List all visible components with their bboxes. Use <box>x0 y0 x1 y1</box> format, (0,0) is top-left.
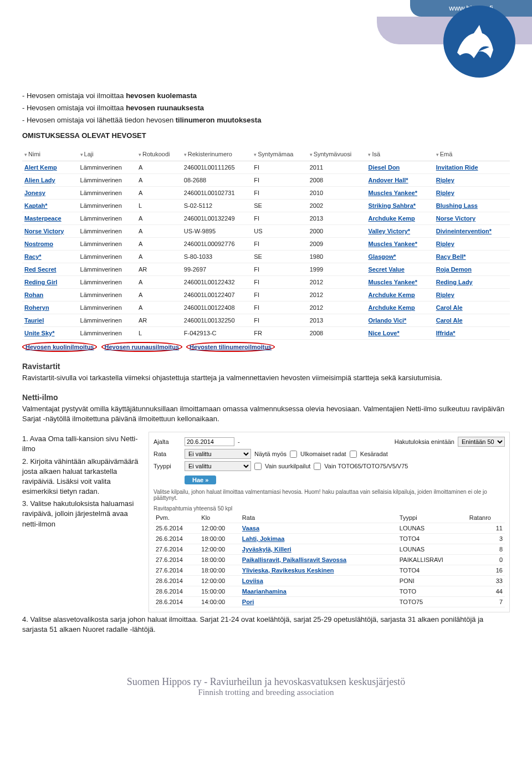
cell[interactable]: Tauriel <box>22 314 78 326</box>
cell[interactable]: Alert Kemp <box>22 161 78 173</box>
cell[interactable]: Secret Value <box>366 263 433 275</box>
column-header[interactable]: ▾Nimi <box>22 147 78 161</box>
cell: 2010 <box>308 186 366 199</box>
hae-button[interactable]: Hae » <box>185 476 216 484</box>
cell[interactable]: Alien Lady <box>22 173 78 186</box>
cell: 18:00:00 <box>199 565 240 576</box>
cell: A <box>136 161 182 173</box>
step-1: 1. Avaa Oma talli-kansion sivu Netti-ilm… <box>22 434 139 454</box>
cell: Lämminverinen <box>78 263 136 275</box>
text: - Hevosen omistaja voi ilmoittaa <box>22 91 126 100</box>
cell[interactable]: Archduke Kemp <box>366 212 433 224</box>
cell[interactable]: Reding Lady <box>434 275 510 288</box>
rata-select[interactable]: Ei valittu <box>185 449 251 459</box>
column-header[interactable]: ▾Rekisterinumero <box>182 147 252 161</box>
cell: US <box>252 224 307 237</box>
cell[interactable]: Jonesy <box>22 186 78 199</box>
cell[interactable]: Orlando Vici* <box>366 314 433 326</box>
cell[interactable]: Jyväskylä, Killeri <box>240 544 397 555</box>
checkbox-suurkilpailut[interactable] <box>254 463 262 470</box>
tyyppi-select[interactable]: Ei valittu <box>185 461 251 471</box>
ravistartit-body: Ravistartit-sivulla voi tarkastella viim… <box>22 373 510 383</box>
cell: Lämminverinen <box>78 224 136 237</box>
cell[interactable]: Racy* <box>22 250 78 263</box>
cell: 8 <box>467 544 505 555</box>
cell[interactable]: Loviisa <box>240 576 397 586</box>
cell: FI <box>252 173 307 186</box>
table-row: Red SecretLämminverinenAR99-2697FI1999Se… <box>22 263 510 275</box>
cell[interactable]: Andover Hall* <box>366 173 433 186</box>
cell[interactable]: Red Secret <box>22 263 78 275</box>
column-header[interactable]: ▾Emä <box>434 147 510 161</box>
cell[interactable]: Roja Demon <box>434 263 510 275</box>
text: - Hevosen omistaja voi ilmoittaa <box>22 104 126 112</box>
cell[interactable]: Pori <box>240 597 397 607</box>
cell[interactable]: Ripley <box>434 237 510 250</box>
cell[interactable]: Maarianhamina <box>240 586 397 597</box>
cell[interactable]: Racy Bell* <box>434 250 510 263</box>
intro-line-1: - Hevosen omistaja voi ilmoittaa hevosen… <box>22 91 510 101</box>
cell[interactable]: Ripley <box>434 173 510 186</box>
cell[interactable]: Ripley <box>434 186 510 199</box>
column-header: Rata <box>240 513 397 523</box>
cell: 0 <box>467 555 505 565</box>
cell[interactable]: Carol Ale <box>434 301 510 314</box>
cell[interactable]: Ripley <box>434 288 510 301</box>
cell: FI <box>252 212 307 224</box>
cell[interactable]: Striking Sahbra* <box>366 199 433 212</box>
cell[interactable]: Nice Love* <box>366 326 433 339</box>
cell[interactable]: Valley Victory* <box>366 224 433 237</box>
cell[interactable]: Unite Sky* <box>22 326 78 339</box>
cell[interactable]: Carol Ale <box>434 314 510 326</box>
column-header[interactable]: ▾Syntymämaa <box>252 147 307 161</box>
search-count: Ravitapahtumia yhteensä 50 kpl <box>154 505 505 512</box>
column-header[interactable]: ▾Syntymävuosi <box>308 147 366 161</box>
bold-text: hevosen kuolemasta <box>126 91 197 100</box>
table-row: Norse VictoryLämminverinenAUS-W-9895US20… <box>22 224 510 237</box>
cb-label-toto: Vain TOTO65/TOTO75/V5/V75 <box>324 463 408 469</box>
column-header[interactable]: ▾Rotukoodi <box>136 147 182 161</box>
cell[interactable]: Divineintervention* <box>434 224 510 237</box>
cell[interactable]: Reding Girl <box>22 275 78 288</box>
cell[interactable]: Muscles Yankee* <box>366 275 433 288</box>
cell[interactable]: Norse Victory <box>434 212 510 224</box>
link-kuolinilmoitus[interactable]: Hevosen kuolinilmoitus <box>22 342 97 352</box>
cell: FR <box>252 326 307 339</box>
cell[interactable]: Archduke Kemp <box>366 288 433 301</box>
cell[interactable]: Nostromo <box>22 237 78 250</box>
cell[interactable]: Ylivieska, Ravikeskus Keskinen <box>240 565 397 576</box>
cell[interactable]: Vaasa <box>240 523 397 534</box>
cell: 12:00:00 <box>199 523 240 534</box>
column-header[interactable]: ▾Laji <box>78 147 136 161</box>
search-panel: Ajalta - Hakutuloksia enintään Enintään … <box>149 432 510 612</box>
cell[interactable]: Rohan <box>22 288 78 301</box>
cell[interactable]: Muscles Yankee* <box>366 186 433 199</box>
link-ruunausilmoitus[interactable]: Hevosen ruunausilmoitus <box>101 342 182 352</box>
table-row: 26.6.201418:00:00Lahti, JokimaaTOTO43 <box>154 534 505 544</box>
checkbox-toto[interactable] <box>314 463 321 470</box>
hippos-logo <box>443 6 515 78</box>
checkbox-ulkomaiset[interactable] <box>290 451 297 458</box>
cell[interactable]: Kaptah* <box>22 199 78 212</box>
checkbox-kesaradat[interactable] <box>350 451 357 458</box>
cell: 08-2688 <box>182 173 252 186</box>
cell[interactable]: Lahti, Jokimaa <box>240 534 397 544</box>
cell[interactable]: Archduke Kemp <box>366 301 433 314</box>
bold-text: tilinumeron muutoksesta <box>176 116 262 124</box>
table-row: Reding GirlLämminverinenA246001L00122432… <box>22 275 510 288</box>
cell[interactable]: Blushing Lass <box>434 199 510 212</box>
horses-table-title: OMISTUKSESSA OLEVAT HEVOSET <box>22 131 510 140</box>
link-tilinumeroilmoitus[interactable]: Hevosten tilinumeroilmoitus <box>186 342 275 352</box>
limit-select[interactable]: Enintään 50 <box>458 437 505 447</box>
cell[interactable]: Paikallisravit, Paikallisravit Savossa <box>240 555 397 565</box>
cell[interactable]: Norse Victory <box>22 224 78 237</box>
cell[interactable]: Roheryn <box>22 301 78 314</box>
cell[interactable]: Diesel Don <box>366 161 433 173</box>
cell[interactable]: Glasgow* <box>366 250 433 263</box>
cell[interactable]: Invitation Ride <box>434 161 510 173</box>
date-from-input[interactable] <box>185 437 234 446</box>
cell[interactable]: Iffrida* <box>434 326 510 339</box>
column-header[interactable]: ▾Isä <box>366 147 433 161</box>
cell[interactable]: Masterpeace <box>22 212 78 224</box>
cell[interactable]: Muscles Yankee* <box>366 237 433 250</box>
